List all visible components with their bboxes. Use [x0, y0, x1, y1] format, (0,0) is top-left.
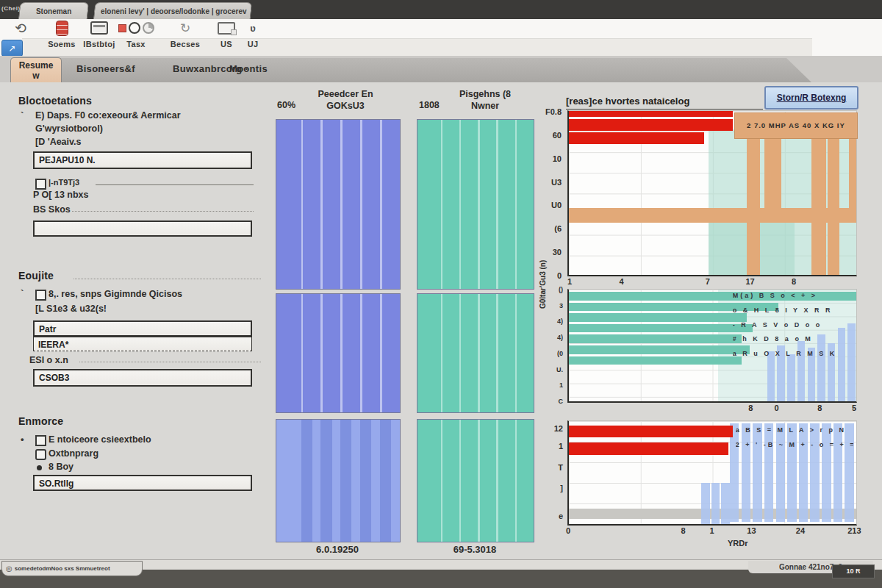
- y-tick: e: [538, 512, 563, 520]
- s2-checkbox-1[interactable]: [35, 290, 46, 301]
- s1-input-2[interactable]: [33, 220, 252, 237]
- x-tick: 8: [817, 404, 822, 412]
- tall-blue-column-9: [822, 423, 831, 522]
- home-icon[interactable]: ↗: [1, 40, 23, 57]
- charts-title: [reas]ce hvortes nataicelog: [566, 96, 763, 110]
- y-tick: (): [550, 286, 563, 293]
- window-tab-1[interactable]: Stoneman: [18, 2, 90, 20]
- glyph-row-2: o & H L 8 I Y X R R: [733, 306, 853, 314]
- y-tick: 1: [538, 442, 563, 451]
- bullet-1: `: [21, 110, 24, 121]
- toolbar-uj[interactable]: ʋ UJ: [243, 21, 263, 49]
- toolbar-soems[interactable]: Soems: [43, 21, 81, 49]
- bullet-2: `: [21, 288, 24, 299]
- chart-bottom-x-label: YRDr: [728, 539, 748, 548]
- stripe: [459, 420, 462, 542]
- column-2-caption: 69-5.3018: [417, 544, 533, 555]
- x-tick: 5: [852, 404, 856, 412]
- stripe: [380, 120, 382, 289]
- s2-input-2[interactable]: IEERA*: [33, 337, 252, 351]
- stripe: [496, 120, 498, 289]
- chart-bottom: a B S = M L A > r p N2 + ' -B ~ M + - o …: [567, 420, 857, 526]
- tab-resume[interactable]: Resume w: [10, 57, 62, 82]
- stripe: [380, 294, 382, 412]
- window-tab-2[interactable]: eloneni levy' | deoorse/lodonke | grocer…: [93, 2, 253, 20]
- teal-hbar-7: [569, 356, 742, 365]
- column-2-block-1: [417, 119, 534, 290]
- tall-blue-column-6: [787, 423, 797, 522]
- column-1-block-3: [276, 419, 401, 542]
- stripe: [459, 120, 462, 289]
- y-tick: 60: [537, 131, 562, 140]
- s1-input-1[interactable]: PEJAPU10 N.: [33, 151, 252, 169]
- glyph-row-5: a R u O X L R M S K: [733, 350, 853, 357]
- stripe: [360, 420, 371, 542]
- x-tick: 8: [681, 526, 685, 535]
- s1-line-2: G'wyrsiotborol): [35, 123, 103, 134]
- column-2-block-2: [417, 293, 534, 413]
- y-tick: T: [538, 463, 563, 472]
- stripe: [515, 120, 517, 289]
- s3-checkbox-1[interactable]: [35, 435, 46, 446]
- stripe: [515, 420, 517, 542]
- y-tick: (0: [550, 350, 563, 357]
- x-tick: 17: [745, 277, 754, 286]
- stripe: [441, 420, 443, 542]
- y-tick: 3: [550, 302, 563, 309]
- toolbar-becses[interactable]: ↻ Becses: [163, 21, 207, 49]
- toolbar-refresh[interactable]: ⟲: [6, 21, 35, 35]
- card-icon: [90, 21, 108, 35]
- s1-line-3: [D 'Aeaiv.s: [35, 137, 82, 147]
- corner-label: (Chel): [1, 5, 21, 12]
- column-1-block-1: [276, 119, 401, 290]
- tab-moontis[interactable]: Moontis: [229, 63, 268, 74]
- orange-column-5: [849, 124, 856, 223]
- section-3-title: Enmorce: [18, 415, 63, 427]
- stripe: [340, 420, 351, 542]
- red-bar-1: [569, 111, 733, 117]
- section-1-title: Bloctoetations: [18, 95, 92, 107]
- tall-blue-column-7: [799, 423, 808, 522]
- s3-input-1[interactable]: SO.Rtllg: [33, 475, 252, 491]
- tabstrip-band: [38, 58, 811, 82]
- storna-botexnig-button[interactable]: Storn/R Botexng: [764, 86, 858, 110]
- column-1-value: 60%: [277, 100, 295, 110]
- app-window: (Chel) Stoneman eloneni levy' | deoorse/…: [0, 0, 882, 588]
- status-chip[interactable]: ◎ somedetodmNoo sxs Smmuetreot: [1, 561, 143, 576]
- toolbar-tasx[interactable]: Tasx: [116, 21, 156, 49]
- x-tick: 1: [710, 526, 714, 535]
- column-2-block-3: [417, 419, 534, 542]
- s3-checkbox-2[interactable]: [35, 449, 46, 460]
- main-toolbar: ⟲ Soems IBstbtoj Tasx ↻ Becses US ʋ UJ: [0, 19, 882, 57]
- tall-blue-column-2: [742, 423, 751, 522]
- tab-bisoneers[interactable]: Bisoneers&f: [76, 63, 135, 74]
- s2-input-1[interactable]: Patr: [33, 320, 252, 337]
- red-bar-2: [569, 119, 733, 131]
- toolbar-ibstbtoj[interactable]: IBstbtoj: [76, 21, 122, 49]
- status-right-box: 10 R: [832, 564, 875, 578]
- x-tick: 1: [567, 277, 572, 286]
- orange-column-1: [747, 124, 760, 275]
- glyph-row-4: # h K D 8 a o M: [733, 335, 853, 343]
- toolbar-us[interactable]: US: [210, 21, 243, 49]
- s2-input-3[interactable]: CSOB3: [33, 369, 252, 387]
- orange-column-3: [811, 124, 826, 275]
- x-tick: 0: [566, 526, 570, 535]
- y-tick: 1: [550, 381, 563, 389]
- s3-radio-1[interactable]: [37, 465, 42, 470]
- tall-blue-column-10: [833, 423, 843, 522]
- blue-column-1: [767, 351, 775, 401]
- refresh-icon: ⟲: [15, 21, 26, 35]
- tall-blue-column-5: [776, 423, 786, 522]
- red-bar-1: [569, 426, 733, 438]
- stripe: [340, 120, 343, 289]
- sync-icon: ↻: [180, 21, 190, 35]
- y-tick: F0.8: [537, 107, 562, 116]
- x-tick: 213: [847, 526, 861, 535]
- stripe: [320, 420, 331, 542]
- bullet-3: •: [21, 434, 24, 445]
- stripe: [301, 294, 304, 412]
- s2-check-1-label: 8,. res, snps Gigimnde Qicisos: [49, 289, 182, 299]
- s1-legend-checkbox[interactable]: [35, 179, 46, 190]
- stripe: [301, 120, 304, 289]
